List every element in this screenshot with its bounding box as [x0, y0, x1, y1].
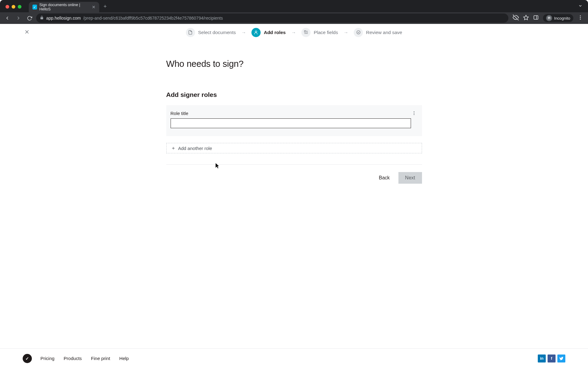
url-host: app.hellosign.com [46, 16, 81, 21]
step-review-and-save[interactable]: Review and save [354, 28, 402, 37]
add-role-label: Add another role [178, 146, 212, 151]
role-title-label: Role title [171, 111, 418, 116]
svg-point-12 [357, 31, 360, 34]
window-controls [6, 5, 21, 9]
toolbar-right-icons: Incognito [511, 14, 585, 22]
svg-point-13 [413, 111, 414, 112]
stepper: Select documents → Add roles → Place fie… [186, 28, 402, 37]
tab-list-button[interactable] [578, 4, 582, 9]
svg-point-14 [413, 113, 414, 114]
chevron-right-icon: → [241, 30, 246, 35]
page: Select documents → Add roles → Place fie… [0, 24, 588, 368]
step-add-roles[interactable]: Add roles [251, 28, 285, 37]
chevron-right-icon: → [291, 30, 296, 35]
window-maximize-icon[interactable] [18, 5, 21, 9]
footer-link-fine-print[interactable]: Fine print [91, 356, 110, 361]
twitter-icon[interactable] [557, 355, 565, 362]
page-headline: Who needs to sign? [166, 59, 422, 69]
footer-links: Pricing Products Fine print Help [40, 356, 129, 361]
document-icon [186, 28, 195, 37]
svg-point-3 [548, 18, 549, 19]
linkedin-icon[interactable]: in [538, 355, 546, 362]
content-scroll: Who needs to sign? Add signer roles Role… [0, 41, 588, 348]
svg-point-5 [580, 15, 581, 16]
facebook-icon[interactable]: f [548, 355, 556, 362]
svg-point-6 [580, 17, 581, 18]
plus-icon: ＋ [171, 145, 176, 151]
footer-link-products[interactable]: Products [64, 356, 82, 361]
footer: ✓ Pricing Products Fine print Help in f [0, 348, 588, 368]
svg-rect-1 [534, 16, 538, 19]
kebab-menu-icon[interactable] [578, 15, 583, 21]
footer-link-help[interactable]: Help [119, 356, 129, 361]
step-label: Review and save [366, 30, 402, 35]
nav-back-button[interactable] [3, 14, 12, 22]
step-label: Select documents [198, 30, 236, 35]
lock-icon [40, 16, 44, 21]
section-title: Add signer roles [166, 91, 422, 98]
new-tab-button[interactable]: + [104, 3, 107, 10]
incognito-label: Incognito [554, 16, 570, 21]
footer-social: in f [538, 355, 565, 362]
eye-off-icon[interactable] [513, 14, 519, 22]
svg-rect-11 [304, 31, 306, 32]
incognito-indicator[interactable]: Incognito [543, 14, 573, 22]
tab-close-icon[interactable]: ✕ [92, 5, 96, 10]
side-panel-icon[interactable] [533, 15, 539, 21]
step-label: Place fields [314, 30, 338, 35]
incognito-icon [546, 15, 552, 21]
bookmark-star-icon[interactable] [523, 15, 529, 22]
role-options-button[interactable] [409, 109, 419, 118]
step-label: Add roles [264, 30, 285, 35]
next-button[interactable]: Next [398, 172, 422, 184]
browser-chrome: ✓ Sign documents online | HelloS ✕ + app… [0, 0, 588, 24]
content: Who needs to sign? Add signer roles Role… [166, 41, 422, 348]
stepper-bar: Select documents → Add roles → Place fie… [0, 24, 588, 41]
step-place-fields[interactable]: Place fields [301, 28, 338, 37]
person-icon [251, 28, 261, 37]
tab-strip: ✓ Sign documents online | HelloS ✕ + [0, 0, 588, 12]
footer-link-pricing[interactable]: Pricing [40, 356, 55, 361]
svg-point-10 [255, 31, 257, 32]
browser-tab[interactable]: ✓ Sign documents online | HelloS ✕ [29, 2, 99, 12]
window-minimize-icon[interactable] [12, 5, 15, 9]
brand-logo-icon[interactable]: ✓ [23, 354, 32, 363]
actions-row: Back Next [166, 164, 422, 184]
svg-point-15 [413, 114, 414, 115]
svg-marker-0 [524, 15, 529, 20]
close-button[interactable] [24, 29, 30, 37]
check-circle-icon [354, 28, 363, 37]
step-select-documents[interactable]: Select documents [186, 28, 236, 37]
window-close-icon[interactable] [6, 5, 9, 9]
nav-forward-button[interactable] [14, 14, 23, 22]
browser-toolbar: app.hellosign.com/prep-and-send/c61bafdf… [0, 12, 588, 24]
nav-reload-button[interactable] [25, 14, 34, 22]
url-path: /prep-and-send/c61bafdff9b5c57cd67872523… [83, 16, 223, 21]
svg-point-7 [580, 19, 581, 20]
add-another-role-button[interactable]: ＋ Add another role [166, 143, 422, 153]
chevron-right-icon: → [344, 30, 349, 35]
tab-title: Sign documents online | HelloS [40, 3, 88, 11]
role-card: Role title [166, 105, 422, 136]
fields-icon [301, 28, 311, 37]
svg-point-4 [549, 18, 551, 19]
back-button[interactable]: Back [377, 173, 392, 183]
tab-favicon-icon: ✓ [32, 5, 37, 10]
role-title-input[interactable] [171, 118, 411, 128]
address-bar[interactable]: app.hellosign.com/prep-and-send/c61bafdf… [36, 13, 508, 23]
